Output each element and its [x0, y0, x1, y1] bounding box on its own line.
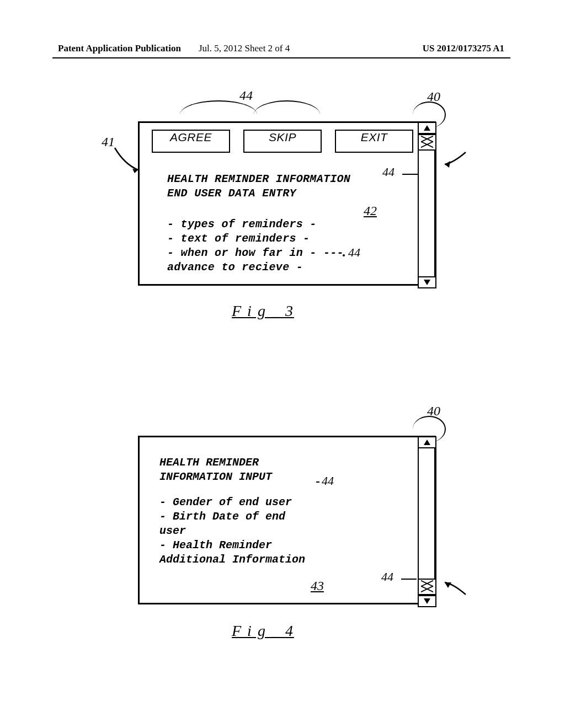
scroll-up-button[interactable] [418, 122, 436, 134]
triangle-up-icon [423, 124, 431, 132]
ref-label-44: 44 [382, 165, 395, 179]
scroll-down-button[interactable] [418, 276, 436, 288]
header-right: US 2012/0173275 A1 [423, 43, 504, 54]
dot-icon [343, 254, 345, 256]
bullet-line: - Gender of end user [159, 496, 292, 508]
bullet-line: - text of reminders - [167, 232, 310, 245]
figure-4: 40 HEALTH REMINDER INFORMATION INPUT 44 … [138, 416, 447, 614]
triangle-up-icon [423, 438, 431, 446]
cursor-pointer-icon [441, 572, 469, 600]
page: Patent Application Publication Jul. 5, 2… [0, 0, 565, 728]
ref-label-42: 42 [364, 204, 377, 218]
ref-label-44: 44 [322, 474, 334, 488]
panel-title-line2: END USER DATA ENTRY [167, 187, 296, 200]
panel-title-line1: HEALTH REMINDER [159, 456, 259, 469]
exit-button[interactable]: EXIT [335, 130, 413, 153]
bullet-line: Additional Information [159, 553, 305, 566]
dialog-panel: AGREE SKIP EXIT HEALTH REMINDER INFORMAT… [138, 121, 436, 286]
dialog-panel: HEALTH REMINDER INFORMATION INPUT 44 - G… [138, 436, 436, 604]
triangle-down-icon [423, 597, 431, 605]
cursor-pointer-icon [441, 148, 469, 175]
figure-3: 44 40 41 AGREE SKIP EXIT HEALTH REMINDER… [138, 101, 447, 292]
triangle-down-icon [423, 279, 431, 286]
figure-3-caption: F i g _ 3 [232, 302, 294, 320]
bullet-line: - Health Reminder [159, 539, 272, 552]
scroll-down-button[interactable] [418, 595, 436, 607]
dash-icon [316, 481, 319, 483]
panel-title-line2: INFORMATION INPUT [159, 470, 272, 483]
header-mid: Jul. 5, 2012 Sheet 2 of 4 [199, 43, 290, 54]
panel-title-line1: HEALTH REMINDER INFORMATION [167, 173, 350, 185]
scrollbar[interactable] [418, 436, 436, 607]
scroll-thumb[interactable] [418, 579, 436, 595]
bullet-line: user [159, 524, 186, 537]
scroll-up-button[interactable] [418, 436, 436, 448]
bullet-line: - when or how far in - --- [167, 247, 344, 259]
scrollbar[interactable] [418, 122, 436, 288]
ref-label-44: 44 [348, 245, 360, 260]
bullet-line: - types of reminders - [167, 218, 317, 231]
header-left: Patent Application Publication [58, 43, 181, 54]
bullet-line: - Birth Date of end [159, 510, 285, 523]
header-rule [52, 57, 510, 58]
scroll-thumb[interactable] [418, 134, 436, 151]
ref-label-44: 44 [381, 570, 393, 584]
figure-4-caption: F i g _ 4 [232, 622, 294, 640]
agree-button[interactable]: AGREE [152, 130, 230, 153]
ref-label-44: 44 [239, 88, 253, 103]
bullet-line: advance to recieve - [167, 261, 303, 274]
skip-button[interactable]: SKIP [243, 130, 322, 153]
ref-label-43: 43 [311, 579, 324, 593]
